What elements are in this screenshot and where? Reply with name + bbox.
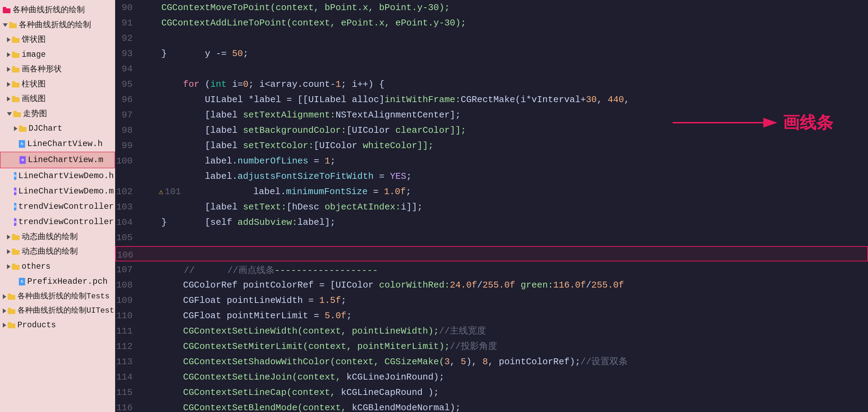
folder-icon-shapes: [12, 66, 20, 73]
sidebar-item-linechartview-m[interactable]: m LineChartView.m: [0, 152, 115, 168]
prefixheader-label: PrefixHeader.pch: [27, 275, 107, 288]
sidebar-item-dynamic[interactable]: 动态曲线的绘制: [0, 230, 115, 245]
linechartview-h-label: LineChartView.h: [27, 138, 103, 150]
sidebar-item-uitests[interactable]: 各种曲线折线的绘制UITests: [0, 304, 115, 318]
code-line-96: 96 [label setTextAlignment:NSTextAlignme…: [115, 92, 868, 107]
code-line-108: 108 CGFloat pointLineWidth = 1.5f;: [115, 277, 868, 293]
supporting-label: others: [22, 261, 51, 273]
sidebar-item-linechart[interactable]: 画线图: [0, 92, 115, 107]
collapse-icon-image: [7, 52, 10, 57]
svg-rect-2: [9, 23, 17, 28]
products-label: Products: [17, 319, 56, 331]
annotation-container: 画线条: [673, 112, 833, 134]
svg-rect-14: [13, 112, 21, 117]
sidebar-item-main-folder[interactable]: 各种曲线折线的绘制: [0, 18, 115, 33]
file-h-icon: h: [19, 140, 25, 148]
folder-icon-others: [12, 249, 20, 255]
folder-open-icon: [9, 22, 17, 28]
sidebar-item-bar[interactable]: 柱状图: [0, 77, 115, 92]
svg-rect-9: [12, 66, 15, 68]
svg-rect-5: [12, 37, 15, 39]
tests-label: 各种曲线折线的绘制Tests: [17, 291, 110, 302]
svg-rect-17: [19, 125, 22, 128]
folder-icon-dynamic: [12, 234, 20, 240]
svg-rect-10: [12, 83, 20, 87]
svg-rect-1: [3, 7, 6, 9]
code-line-116: 116 CGContextSetStrokeColorWithColor(con…: [115, 400, 868, 412]
code-line-95: 95 UILabel *label = [[UILabel alloc]init…: [115, 77, 868, 92]
svg-rect-20: [12, 250, 20, 255]
folder-icon-bar: [12, 81, 20, 87]
file-pch-icon: h: [19, 278, 25, 285]
folder-open-icon-trend: [13, 111, 21, 117]
svg-rect-24: [8, 295, 15, 300]
sidebar-item-tests[interactable]: 各种曲线折线的绘制Tests: [0, 289, 115, 304]
others-label: 动态曲线的绘制: [22, 246, 78, 258]
folder-icon-linechart: [12, 96, 20, 102]
sidebar-item-linechartviewdemo-h[interactable]: h LineChartViewDemo.h: [0, 168, 115, 184]
folder-icon-products: [8, 322, 15, 328]
dynamic-label: 动态曲线的绘制: [22, 231, 78, 243]
svg-rect-23: [12, 264, 15, 266]
sidebar-item-trendviewcontroller-m[interactable]: m trendViewController.m: [0, 214, 115, 230]
code-line-104: 104 }: [115, 215, 868, 230]
folder-icon-tests: [8, 293, 15, 300]
file-m-icon-trend: m: [14, 218, 16, 226]
sidebar-item-shapes[interactable]: 画各种形状: [0, 62, 115, 77]
sidebar-item-trend[interactable]: 走势图: [0, 107, 115, 122]
svg-rect-7: [12, 52, 15, 54]
code-line-113: 113 CGContextSetLineJoin(context, kCGLin…: [115, 354, 868, 369]
annotation-text: 画线条: [783, 112, 833, 134]
svg-rect-19: [12, 234, 15, 236]
trend-label: 走势图: [23, 108, 47, 120]
sidebar-item-pie[interactable]: 饼状图: [0, 32, 115, 47]
svg-rect-22: [12, 265, 20, 270]
collapse-icon-products: [3, 323, 6, 328]
collapse-icon-linechart: [7, 97, 10, 101]
sidebar-item-supporting[interactable]: others: [0, 259, 115, 274]
linechartviewdemo-m-label: LineChartViewDemo.m: [18, 185, 114, 198]
sidebar-item-image[interactable]: image: [0, 47, 115, 62]
sidebar-item-products[interactable]: Products: [0, 318, 115, 333]
code-line-91: 91 CGContextAddLineToPoint(context, ePoi…: [115, 15, 868, 31]
main-folder-label: 各种曲线折线的绘制: [19, 19, 91, 31]
sidebar-item-linechartviewdemo-m[interactable]: m LineChartViewDemo.m: [0, 184, 115, 199]
collapse-icon: [7, 37, 10, 42]
svg-rect-15: [13, 111, 17, 113]
warning-icon: ⚠: [159, 188, 163, 197]
sidebar-item-prefixheader[interactable]: h PrefixHeader.pch: [0, 274, 115, 289]
linechartview-m-label: LineChartView.m: [28, 154, 103, 166]
code-line-111: 111 CGContextSetMiterLimit(context, poin…: [115, 323, 868, 339]
collapse-icon-uitests: [3, 308, 6, 313]
sidebar: 各种曲线折线的绘制 各种曲线折线的绘制 饼状图 image 画各种形状: [0, 0, 115, 412]
code-line-94: 94 for (int i=0; i<array.count-1; i++) {: [115, 61, 868, 77]
collapse-icon-others: [7, 249, 10, 254]
expand-icon: [3, 23, 8, 27]
linechartviewdemo-h-label: LineChartViewDemo.h: [18, 170, 114, 182]
sidebar-item-linechartview-h[interactable]: h LineChartView.h: [0, 136, 115, 152]
code-editor[interactable]: 90 CGContextMoveToPoint(context, bPoint.…: [115, 0, 868, 412]
sidebar-item-trendviewcontroller-h[interactable]: h trendViewController.h: [0, 199, 115, 214]
code-line-92: 92 y -= 50;: [115, 31, 868, 46]
file-m-icon-demo: m: [14, 188, 16, 195]
svg-rect-12: [12, 97, 20, 102]
annotation-arrow: [673, 112, 777, 133]
sidebar-item-djchart[interactable]: DJChart: [0, 121, 115, 136]
collapse-icon-tests: [3, 294, 6, 299]
svg-rect-29: [8, 322, 11, 324]
collapse-icon-dynamic: [7, 235, 10, 239]
linechart-label: 画线图: [22, 93, 46, 105]
code-line-100: 100 label.adjustsFontSizeToFitWidth = YE…: [115, 153, 868, 169]
svg-rect-16: [19, 127, 27, 132]
sidebar-item-root-project[interactable]: 各种曲线折线的绘制: [0, 3, 115, 18]
svg-rect-0: [3, 8, 10, 13]
folder-icon-supporting: [12, 264, 20, 270]
sidebar-item-others[interactable]: 动态曲线的绘制: [0, 244, 115, 259]
collapse-icon-dj: [14, 126, 17, 131]
code-line-93: 93 }: [115, 46, 868, 61]
svg-rect-27: [8, 308, 11, 310]
svg-rect-28: [8, 323, 15, 328]
trendviewcontroller-h-label: trendViewController.h: [18, 200, 115, 213]
code-line-107: 107 CGColorRef pointColorRef = [UIColor …: [115, 262, 868, 277]
bar-label: 柱状图: [22, 78, 46, 91]
